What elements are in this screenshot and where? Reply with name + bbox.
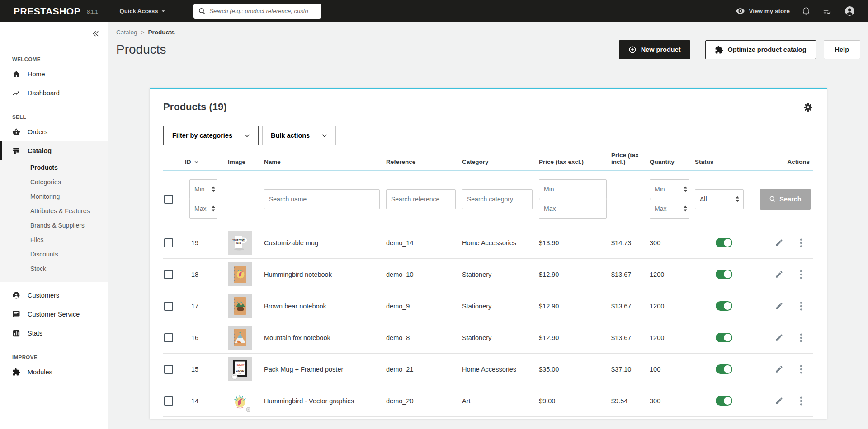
status-filter-select[interactable]: All	[695, 189, 744, 209]
status-toggle[interactable]	[716, 270, 732, 279]
product-row[interactable]: 15TODAYIS AGOODDAYPack Mug + Framed post…	[163, 354, 813, 385]
breadcrumb-products: Products	[148, 29, 175, 36]
main-content: Catalog > Products Products New product …	[108, 0, 868, 419]
help-button[interactable]: Help	[824, 40, 860, 59]
status-toggle[interactable]	[716, 396, 732, 406]
spinner-arrows-icon[interactable]	[212, 187, 215, 192]
activity-log-button[interactable]	[822, 7, 832, 16]
dots-vertical-icon	[800, 270, 802, 280]
status-toggle[interactable]	[716, 333, 732, 342]
notifications-button[interactable]	[802, 6, 811, 16]
spinner-arrows-icon[interactable]	[684, 187, 687, 192]
sidebar-subitem-stock[interactable]: Stock	[0, 261, 108, 276]
quick-access-menu[interactable]: Quick Access	[120, 8, 166, 14]
row-checkbox[interactable]	[164, 270, 173, 279]
row-menu-button[interactable]	[800, 238, 802, 248]
row-checkbox[interactable]	[164, 302, 173, 311]
search-icon	[769, 196, 776, 202]
sidebar-subitem-monitoring[interactable]: Monitoring	[0, 189, 108, 204]
price-max-input[interactable]	[539, 199, 607, 219]
product-reference: demo_20	[386, 397, 462, 405]
chat-icon	[12, 310, 20, 318]
edit-button[interactable]	[775, 238, 783, 247]
price-min-input[interactable]	[539, 179, 607, 199]
column-header-id[interactable]: ID	[185, 159, 228, 165]
edit-button[interactable]	[775, 333, 783, 342]
row-menu-button[interactable]	[800, 301, 802, 311]
edit-button[interactable]	[775, 270, 783, 279]
global-search-input[interactable]	[209, 8, 316, 14]
search-category-input[interactable]	[462, 189, 533, 209]
sidebar-subitem-attributes-features[interactable]: Attributes & Features	[0, 204, 108, 218]
sidebar-subitem-files[interactable]: Files	[0, 233, 108, 247]
product-row[interactable]: 18Hummingbird notebookdemo_10Stationery$…	[163, 259, 813, 290]
sidebar-section-welcome: WELCOME	[0, 56, 108, 65]
product-name: Hummingbird notebook	[264, 271, 386, 278]
status-toggle[interactable]	[716, 238, 732, 247]
row-checkbox[interactable]	[164, 396, 173, 406]
sidebar-item-modules[interactable]: Modules	[0, 363, 108, 382]
sidebar-item-customer-service[interactable]: Customer Service	[0, 305, 108, 324]
select-all-checkbox[interactable]	[164, 195, 173, 204]
global-search-box	[193, 4, 321, 19]
edit-button[interactable]	[775, 396, 783, 405]
sidebar-item-stats[interactable]: Stats	[0, 324, 108, 343]
edit-button[interactable]	[775, 302, 783, 310]
spinner-arrows-icon[interactable]	[684, 206, 687, 212]
product-category: Home Accessories	[462, 366, 539, 373]
breadcrumb-separator: >	[141, 29, 145, 36]
edit-button[interactable]	[775, 365, 783, 373]
row-menu-button[interactable]	[800, 396, 802, 406]
sidebar-item-label: Catalog	[28, 147, 52, 154]
filter-by-categories-button[interactable]: Filter by categories	[163, 126, 259, 145]
row-checkbox[interactable]	[164, 333, 173, 342]
row-menu-button[interactable]	[800, 364, 802, 374]
product-id: 14	[185, 397, 228, 405]
sidebar-subitem-categories[interactable]: Categories	[0, 175, 108, 189]
collapse-sidebar-icon[interactable]	[92, 30, 99, 37]
actions-cell	[745, 333, 813, 343]
sidebar-subitem-products[interactable]: Products	[0, 160, 108, 175]
new-product-button[interactable]: New product	[619, 40, 690, 59]
sidebar-item-home[interactable]: Home	[0, 65, 108, 84]
product-row[interactable]: 17Brown bear notebookdemo_9Stationery$12…	[163, 290, 813, 322]
bar-chart-icon	[12, 329, 20, 337]
sidebar-subitem-brands-suppliers[interactable]: Brands & Suppliers	[0, 218, 108, 233]
status-cell	[695, 396, 745, 406]
price-tax-incl: $14.73	[611, 239, 650, 247]
product-row[interactable]: 19YOUR TEXTHERECustomizable mugdemo_14Ho…	[163, 227, 813, 259]
view-my-store-link[interactable]: View my store	[736, 6, 790, 16]
status-toggle[interactable]	[716, 301, 732, 311]
svg-text:YOUR TEXT: YOUR TEXT	[232, 239, 244, 242]
framed-poster-thumbnail: TODAYIS AGOODDAY	[228, 357, 264, 381]
bulk-actions-button[interactable]: Bulk actions	[262, 126, 336, 145]
product-reference: demo_21	[386, 366, 462, 373]
sidebar-item-dashboard[interactable]: Dashboard	[0, 84, 108, 103]
search-button-label: Search	[779, 196, 801, 203]
account-menu-button[interactable]	[844, 5, 855, 17]
breadcrumb-catalog[interactable]: Catalog	[116, 29, 137, 36]
search-button[interactable]: Search	[760, 189, 811, 210]
row-checkbox[interactable]	[164, 238, 173, 247]
product-row[interactable]: 14Hummingbird - Vector graphicsdemo_20Ar…	[163, 385, 813, 417]
grid-settings-button[interactable]	[803, 102, 813, 112]
row-menu-button[interactable]	[800, 270, 802, 280]
sidebar-item-catalog[interactable]: Catalog	[0, 141, 108, 160]
row-select-cell	[163, 333, 185, 342]
status-toggle[interactable]	[716, 364, 732, 374]
row-menu-button[interactable]	[800, 333, 802, 343]
sidebar-item-customers[interactable]: Customers	[0, 286, 108, 305]
search-name-input[interactable]	[264, 189, 380, 209]
product-row[interactable]: 16Mountain fox notebookdemo_8Stationery$…	[163, 322, 813, 354]
row-checkbox[interactable]	[164, 365, 173, 374]
product-quantity: 300	[650, 397, 695, 405]
product-reference: demo_10	[386, 271, 462, 278]
table-header-row: ID Image Name Reference Category Price (…	[163, 152, 813, 171]
search-reference-input[interactable]	[386, 189, 456, 209]
optimize-catalog-button[interactable]: Optimize product catalog	[705, 40, 816, 59]
spinner-arrows-icon[interactable]	[212, 206, 215, 212]
sidebar-subitem-discounts[interactable]: Discounts	[0, 247, 108, 261]
sidebar-item-orders[interactable]: Orders	[0, 122, 108, 141]
column-header-actions: Actions	[745, 159, 813, 165]
price-tax-incl: $13.67	[611, 271, 650, 278]
